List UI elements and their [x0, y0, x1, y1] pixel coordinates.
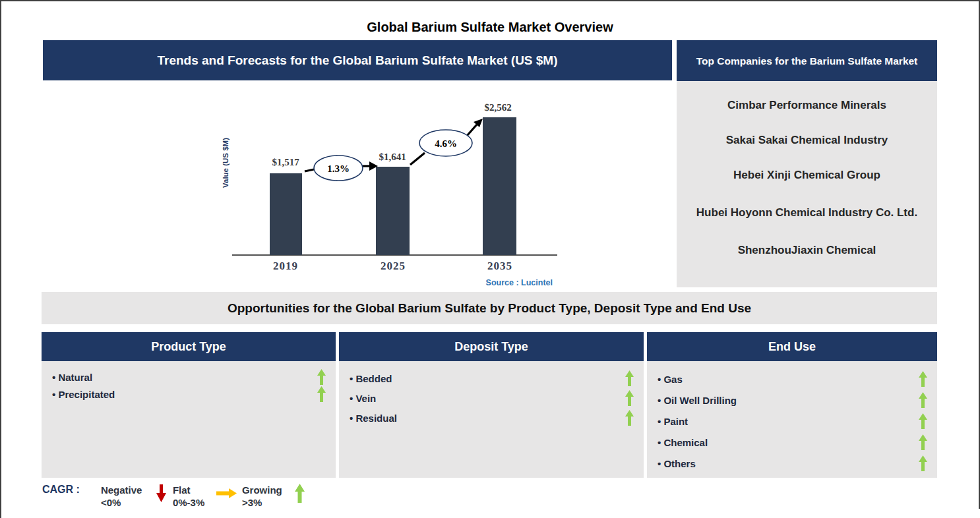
value-label-2025: $1,641 — [379, 152, 406, 162]
company-name: Sakai Sakai Chemical Industry — [691, 133, 923, 147]
bar-2019 — [270, 173, 302, 255]
value-label-2035: $2,562 — [484, 102, 511, 113]
item-label: Others — [658, 458, 696, 469]
flat-right-arrow-icon — [216, 488, 237, 498]
growing-up-arrow-icon — [919, 371, 927, 387]
list-item: Others — [658, 453, 927, 474]
legend-name: Growing — [242, 484, 282, 496]
end-use-list: Gas Oil Well Drilling Paint Chemical — [647, 361, 937, 478]
left-border-line — [0, 0, 1, 518]
company-name: ShenzhouJiaxin Chemical — [691, 243, 923, 257]
list-item: Natural — [52, 368, 326, 386]
trends-bar-chart: Value (US $M) $1,517 $1,641 $2,562 1.3% … — [42, 82, 671, 293]
deposit-type-list: Bedded Vein Residual — [339, 361, 644, 478]
opportunities-title: Opportunities for the Global Barium Sulf… — [228, 301, 751, 316]
list-item: Precipitated — [52, 386, 326, 403]
product-type-list: Natural Precipitated — [42, 361, 336, 478]
item-label: Gas — [658, 374, 683, 385]
opportunities-title-bar: Opportunities for the Global Barium Sulf… — [42, 292, 937, 324]
bar-chart-svg: Value (US $M) $1,517 $1,641 $2,562 1.3% … — [42, 82, 671, 293]
top-companies-title: Top Companies for the Barium Sulfate Mar… — [696, 54, 918, 68]
cagr-legend-label: CAGR : — [42, 484, 80, 496]
item-label: Precipitated — [52, 389, 115, 400]
growing-up-arrow-icon — [317, 369, 326, 385]
x-tick-2019: 2019 — [273, 260, 298, 272]
legend-range: 0%-3% — [173, 497, 204, 508]
list-item: Paint — [658, 411, 927, 432]
item-label: Residual — [350, 413, 397, 424]
legend-name: Negative — [101, 484, 142, 496]
growth-rate-label-1: 1.3% — [327, 163, 350, 174]
growing-up-arrow-icon — [295, 484, 305, 503]
product-type-header: Product Type — [42, 332, 336, 361]
negative-down-arrow-icon — [156, 484, 166, 502]
list-item: Chemical — [658, 432, 927, 453]
product-type-column: Product Type Natural Precipitated — [42, 332, 336, 478]
chart-source: Source : Lucintel — [486, 278, 553, 287]
growing-up-arrow-icon — [919, 434, 927, 450]
legend-entry-growing: Growing >3% — [242, 484, 286, 509]
item-label: Oil Well Drilling — [658, 395, 737, 406]
company-name: Cimbar Performance Minerals — [691, 81, 923, 112]
top-companies-panel: Top Companies for the Barium Sulfate Mar… — [677, 40, 937, 287]
item-label: Paint — [658, 416, 688, 427]
end-use-header: End Use — [647, 332, 937, 361]
growing-up-arrow-icon — [317, 386, 326, 402]
growing-up-arrow-icon — [919, 413, 927, 429]
growing-up-arrow-icon — [625, 370, 634, 386]
deposit-type-header: Deposit Type — [339, 332, 644, 361]
growing-up-arrow-icon — [625, 410, 634, 426]
company-name: Hebei Xinji Chemical Group — [691, 168, 923, 182]
trends-panel-title: Trends and Forecasts for the Global Bari… — [157, 53, 557, 68]
top-companies-list: Cimbar Performance Minerals Sakai Sakai … — [677, 81, 937, 287]
infographic-frame: Global Barium Sulfate Market Overview Tr… — [0, 0, 980, 518]
x-tick-2025: 2025 — [381, 260, 406, 272]
list-item: Gas — [658, 368, 927, 389]
list-item: Bedded — [350, 368, 634, 388]
legend-entry-negative: Negative <0% — [101, 484, 150, 509]
deposit-type-column: Deposit Type Bedded Vein Residual — [339, 332, 644, 478]
top-companies-header: Top Companies for the Barium Sulfate Mar… — [677, 40, 937, 81]
growing-up-arrow-icon — [625, 390, 634, 406]
y-axis-label: Value (US $M) — [222, 138, 230, 188]
growth-connector-2a — [410, 153, 425, 165]
growing-up-arrow-icon — [919, 392, 927, 408]
x-tick-2035: 2035 — [487, 260, 512, 272]
item-label: Bedded — [350, 373, 392, 384]
cagr-legend: CAGR : Negative <0% Flat 0%-3% Growing >… — [42, 484, 305, 509]
bar-2025 — [376, 167, 410, 255]
growing-up-arrow-icon — [919, 455, 927, 471]
legend-range: >3% — [242, 497, 262, 508]
company-name: Hubei Hoyonn Chemical Industry Co. Ltd. — [691, 206, 923, 219]
end-use-column: End Use Gas Oil Well Drilling Paint — [647, 332, 937, 478]
item-label: Vein — [350, 393, 376, 404]
item-label: Natural — [52, 372, 92, 383]
value-label-2019: $1,517 — [272, 157, 299, 167]
item-label: Chemical — [658, 437, 708, 448]
growth-connector-2b — [467, 125, 477, 136]
page-title: Global Barium Sulfate Market Overview — [0, 20, 980, 35]
list-item: Oil Well Drilling — [658, 389, 927, 411]
list-item: Vein — [350, 388, 634, 408]
top-border-line — [0, 0, 980, 1]
growth-connector-1a — [305, 169, 314, 171]
list-item: Residual — [350, 408, 634, 428]
growth-rate-label-2: 4.6% — [435, 138, 457, 149]
trends-panel-header: Trends and Forecasts for the Global Bari… — [43, 40, 672, 80]
legend-entry-flat: Flat 0%-3% — [173, 484, 211, 509]
legend-name: Flat — [173, 484, 191, 496]
legend-range: <0% — [101, 497, 121, 508]
bar-2035 — [483, 117, 516, 255]
